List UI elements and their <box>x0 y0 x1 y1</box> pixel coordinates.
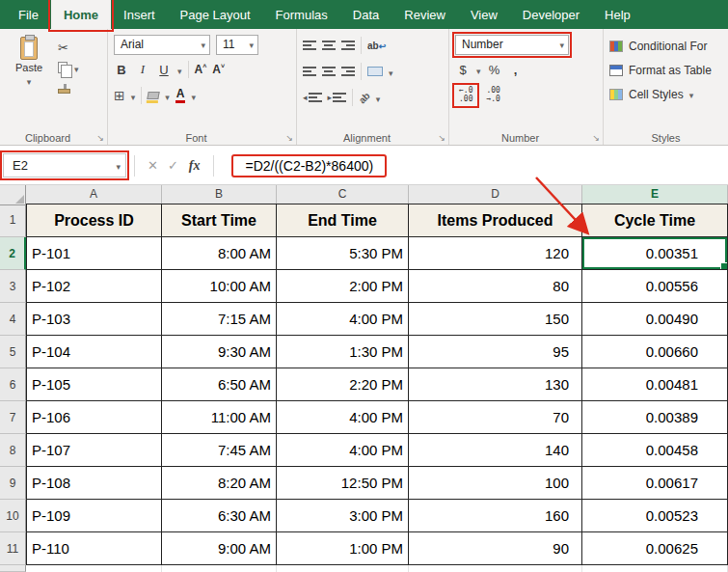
cell-B10[interactable]: 6:30 AM <box>162 500 277 532</box>
cell-D9[interactable]: 100 <box>409 467 582 500</box>
cell-A5[interactable]: P-104 <box>26 336 162 368</box>
comma-format-button[interactable]: , <box>508 63 524 77</box>
cell-E7[interactable]: 0.00389 <box>582 401 728 434</box>
align-top-icon[interactable] <box>303 41 316 50</box>
cell-A4[interactable]: P-103 <box>26 303 162 336</box>
ribbon-tab-help[interactable]: Help <box>592 0 643 29</box>
cell-D6[interactable]: 130 <box>409 368 582 401</box>
borders-dropdown-icon[interactable] <box>131 87 136 104</box>
ribbon-tab-home[interactable]: Home <box>51 0 111 29</box>
cell-E10[interactable]: 0.00523 <box>582 500 728 532</box>
column-header-C[interactable]: C <box>277 185 409 205</box>
cell-C5[interactable]: 1:30 PM <box>277 336 409 368</box>
cell-B7[interactable]: 11:00 AM <box>162 401 277 434</box>
cell-E8[interactable]: 0.00458 <box>582 434 728 467</box>
cell-B5[interactable]: 9:30 AM <box>162 336 277 368</box>
align-center-icon[interactable] <box>322 67 336 76</box>
ribbon-tab-data[interactable]: Data <box>340 0 391 29</box>
cell-C11[interactable]: 1:00 PM <box>277 532 409 565</box>
ribbon-tab-view[interactable]: View <box>458 0 510 29</box>
cell-C8[interactable]: 4:00 PM <box>277 434 409 467</box>
cell-E6[interactable]: 0.00481 <box>582 368 728 401</box>
cell-E4[interactable]: 0.00490 <box>582 303 728 336</box>
orientation-icon[interactable]: ab <box>357 90 372 105</box>
bold-button[interactable]: B <box>114 63 129 77</box>
row-header-8[interactable]: 8 <box>0 434 26 467</box>
increase-font-size-button[interactable]: A˄ <box>195 63 207 76</box>
orientation-dropdown-icon[interactable] <box>376 89 381 106</box>
enter-icon[interactable]: ✓ <box>168 158 178 173</box>
cell-B2[interactable]: 8:00 AM <box>162 237 277 270</box>
cell-E2[interactable]: 0.00351 <box>582 237 728 270</box>
row-header-5[interactable]: 5 <box>0 336 26 368</box>
row-header-11[interactable]: 11 <box>0 532 26 565</box>
decrease-decimal-button[interactable]: .00 →.0 <box>482 86 503 105</box>
font-color-button[interactable]: A <box>175 88 186 103</box>
format-painter-button[interactable] <box>58 80 79 95</box>
cell-D7[interactable]: 70 <box>409 401 582 434</box>
italic-button[interactable]: I <box>135 62 150 77</box>
cell-C3[interactable]: 2:00 PM <box>277 270 409 303</box>
column-header-E[interactable]: E <box>582 185 728 205</box>
underline-dropdown-icon[interactable] <box>177 61 182 78</box>
font-name-combo[interactable]: Arial <box>114 35 210 55</box>
row-header-9[interactable]: 9 <box>0 467 26 500</box>
ribbon-tab-developer[interactable]: Developer <box>510 0 592 29</box>
number-format-combo[interactable]: Number <box>455 35 569 55</box>
cell-C4[interactable]: 4:00 PM <box>277 303 409 336</box>
paste-dropdown-icon[interactable] <box>27 75 32 87</box>
cell-A11[interactable]: P-110 <box>26 532 162 565</box>
fill-color-icon[interactable] <box>148 92 160 99</box>
ribbon-tab-page-layout[interactable]: Page Layout <box>168 0 263 29</box>
cell-C2[interactable]: 5:30 PM <box>277 237 409 270</box>
copy-button[interactable] <box>58 60 79 75</box>
column-header-B[interactable]: B <box>162 185 277 205</box>
currency-format-button[interactable]: $ <box>455 63 471 77</box>
cell-B4[interactable]: 7:15 AM <box>162 303 277 336</box>
cell-A3[interactable]: P-102 <box>26 270 162 303</box>
fill-color-dropdown-icon[interactable] <box>165 87 170 104</box>
formula-input[interactable]: =D2/((C2-B2)*86400) <box>222 154 728 177</box>
cell-A6[interactable]: P-105 <box>26 368 162 401</box>
cell-E1[interactable]: Cycle Time <box>582 204 728 237</box>
cancel-icon[interactable]: ✕ <box>148 158 158 173</box>
wrap-text-icon[interactable]: ab <box>367 41 386 51</box>
cell-A8[interactable]: P-107 <box>26 434 162 467</box>
cell-B1[interactable]: Start Time <box>162 204 277 237</box>
decrease-indent-icon[interactable]: ◂ <box>303 93 322 102</box>
cell-B6[interactable]: 6:50 AM <box>162 368 277 401</box>
merge-dropdown-icon[interactable] <box>389 63 393 80</box>
percent-format-button[interactable]: % <box>487 63 502 77</box>
cell-C6[interactable]: 2:20 PM <box>277 368 409 401</box>
cell-A2[interactable]: P-101 <box>26 237 162 270</box>
cell-D5[interactable]: 95 <box>409 336 582 368</box>
align-right-icon[interactable] <box>341 67 355 76</box>
name-box-dropdown-icon[interactable] <box>116 158 121 173</box>
cell-D11[interactable]: 90 <box>409 532 582 565</box>
row-header-4[interactable]: 4 <box>0 303 26 336</box>
cell-B8[interactable]: 7:45 AM <box>162 434 277 467</box>
decrease-font-size-button[interactable]: A˅ <box>212 63 225 76</box>
cell-B11[interactable]: 9:00 AM <box>162 532 277 565</box>
font-size-combo[interactable]: 11 <box>216 35 258 55</box>
cell-D3[interactable]: 80 <box>409 270 582 303</box>
ribbon-tab-review[interactable]: Review <box>391 0 458 29</box>
number-dialog-launcher-icon[interactable] <box>592 133 600 143</box>
clipboard-dialog-launcher-icon[interactable] <box>96 133 104 143</box>
cell-A10[interactable]: P-109 <box>26 500 162 532</box>
row-header-6[interactable]: 6 <box>0 368 26 401</box>
cell-C10[interactable]: 3:00 PM <box>277 500 409 532</box>
ribbon-tab-insert[interactable]: Insert <box>111 0 168 29</box>
row-header-2[interactable]: 2 <box>0 237 26 270</box>
increase-decimal-button[interactable]: ←.0 .00 <box>455 86 476 105</box>
cut-button[interactable]: ✂ <box>58 40 79 55</box>
cell-C1[interactable]: End Time <box>277 204 409 237</box>
merge-center-icon[interactable] <box>367 67 383 76</box>
cell-C7[interactable]: 4:00 PM <box>277 401 409 434</box>
cell-styles-button[interactable]: Cell Styles <box>609 82 722 106</box>
cell-E11[interactable]: 0.00625 <box>582 532 728 565</box>
align-left-icon[interactable] <box>303 67 316 76</box>
alignment-dialog-launcher-icon[interactable] <box>438 133 445 143</box>
row-header-10[interactable]: 10 <box>0 500 26 532</box>
font-color-dropdown-icon[interactable] <box>191 87 196 104</box>
